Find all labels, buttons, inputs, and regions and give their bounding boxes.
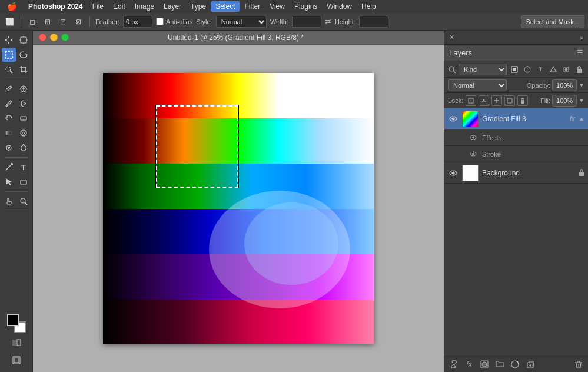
color-squares[interactable] [7, 314, 26, 333]
tool-rect-marquee-icon[interactable]: ⬜ [4, 16, 15, 28]
layer-gradient-fill-3[interactable]: Gradient Fill 3 fx ▲ [444, 108, 588, 129]
width-input[interactable] [292, 16, 321, 28]
pen-tool[interactable] [2, 160, 16, 174]
panel-expand-button[interactable]: » [580, 34, 583, 41]
healing-brush-tool[interactable] [16, 82, 31, 96]
layer-visibility-gradient[interactable] [448, 114, 459, 124]
window-minimize-button[interactable] [50, 34, 58, 41]
svg-line-41 [453, 71, 456, 73]
delete-layer-button[interactable] [573, 358, 584, 370]
link-layers-button[interactable] [448, 358, 460, 370]
opacity-arrow[interactable]: ▼ [579, 82, 584, 88]
menu-view[interactable]: View [265, 1, 290, 12]
intersect-selection-icon[interactable]: ⊠ [72, 16, 84, 28]
eyedropper-tool[interactable] [2, 82, 16, 96]
window-close-button[interactable] [39, 34, 46, 41]
shape-filter-icon[interactable] [548, 64, 559, 75]
layer-lock-icon [579, 169, 584, 177]
lock-all-icon[interactable] [517, 95, 528, 106]
layer-effects-item[interactable]: Effects [444, 129, 588, 146]
create-adjustment-button[interactable] [509, 358, 521, 370]
canvas-viewport[interactable] [33, 45, 444, 372]
stroke-visibility-icon[interactable] [468, 149, 479, 160]
apple-logo[interactable]: 🍎 [0, 2, 24, 11]
lock-artboards-icon[interactable] [504, 95, 515, 106]
hand-tool[interactable] [2, 194, 16, 208]
layer-stroke-item[interactable]: Stroke [444, 146, 588, 162]
menu-select[interactable]: Select [211, 1, 240, 12]
lasso-tool[interactable] [16, 48, 31, 62]
antialias-check[interactable] [156, 18, 164, 25]
effects-visibility-icon[interactable] [468, 132, 479, 143]
brush-tool[interactable] [2, 97, 16, 111]
burn-tool[interactable] [16, 141, 31, 155]
antialias-checkbox[interactable]: Anti-alias [156, 18, 192, 25]
swap-wh-icon[interactable]: ⇄ [325, 17, 331, 26]
panel-close-button[interactable]: ✕ [449, 34, 454, 41]
history-brush-tool[interactable] [2, 111, 16, 125]
menu-type[interactable]: Type [186, 1, 211, 12]
menu-plugins[interactable]: Plugins [290, 1, 322, 12]
opacity-input[interactable] [552, 79, 577, 91]
path-select-tool[interactable] [2, 175, 16, 189]
menu-help[interactable]: Help [357, 1, 381, 12]
type-tool[interactable]: T [16, 160, 31, 174]
menu-layer[interactable]: Layer [159, 1, 186, 12]
crop-tool[interactable] [16, 62, 31, 77]
eraser-tool[interactable] [16, 111, 31, 125]
menu-file[interactable]: File [88, 1, 108, 12]
zoom-tool[interactable] [16, 194, 31, 208]
lock-image-icon[interactable] [479, 95, 489, 106]
fill-input[interactable] [552, 95, 577, 107]
height-input[interactable] [359, 16, 388, 28]
layer-background[interactable]: Background [444, 162, 588, 184]
clone-stamp-tool[interactable] [16, 97, 31, 111]
layer-fx-button[interactable]: fx [570, 115, 575, 123]
layers-options-button[interactable]: ☰ [577, 49, 583, 57]
quick-select-tool[interactable] [2, 62, 16, 77]
gradient-tool[interactable] [2, 126, 16, 140]
menu-image[interactable]: Image [130, 1, 159, 12]
kind-select[interactable]: Kind Name Effect Mode Attribute Color [459, 64, 507, 75]
add-layer-style-button[interactable]: fx [463, 358, 475, 370]
layer-visibility-background[interactable] [448, 168, 459, 178]
style-select[interactable]: Normal Fixed Ratio Fixed Size [216, 16, 267, 28]
change-screen-mode[interactable] [9, 353, 24, 367]
blur-tool[interactable] [16, 126, 31, 140]
svg-rect-37 [103, 300, 374, 344]
type-filter-icon[interactable]: T [535, 64, 546, 75]
add-mask-button[interactable] [479, 358, 490, 370]
gradient-canvas [103, 73, 374, 344]
new-selection-icon[interactable]: ◻ [26, 16, 38, 28]
subtract-selection-icon[interactable]: ⊟ [57, 16, 69, 28]
dodge-tool[interactable] [2, 141, 16, 155]
rectangular-marquee-tool[interactable] [2, 48, 16, 62]
create-layer-button[interactable] [524, 358, 536, 370]
menu-filter[interactable]: Filter [240, 1, 265, 12]
window-controls [33, 34, 75, 41]
fill-arrow[interactable]: ▼ [579, 97, 584, 104]
menu-edit[interactable]: Edit [108, 1, 130, 12]
window-maximize-button[interactable] [61, 34, 69, 41]
pixel-filter-icon[interactable] [509, 64, 520, 75]
layer-expand-arrow[interactable]: ▲ [579, 115, 584, 122]
quick-mask-tool[interactable] [9, 336, 24, 350]
select-mask-button[interactable]: Select and Mask... [521, 15, 585, 28]
svg-point-10 [6, 67, 11, 71]
adjustment-filter-icon[interactable] [522, 64, 533, 75]
move-tool[interactable] [2, 33, 16, 47]
add-selection-icon[interactable]: ⊞ [42, 16, 54, 28]
create-group-button[interactable] [494, 358, 506, 370]
foreground-color[interactable] [7, 314, 19, 326]
locked-filter-icon[interactable] [574, 64, 584, 75]
lock-position-icon[interactable] [491, 95, 502, 106]
shape-tool[interactable] [16, 175, 31, 189]
svg-point-22 [8, 147, 10, 149]
menu-window[interactable]: Window [322, 1, 357, 12]
artboard-tool[interactable] [16, 33, 31, 47]
smart-object-filter-icon[interactable] [561, 64, 572, 75]
feather-input[interactable] [123, 16, 152, 28]
lock-transparent-icon[interactable] [466, 95, 476, 106]
blend-mode-select[interactable]: Normal Dissolve Multiply Screen Overlay [448, 79, 507, 91]
opacity-row: Opacity: ▼ [527, 79, 584, 91]
